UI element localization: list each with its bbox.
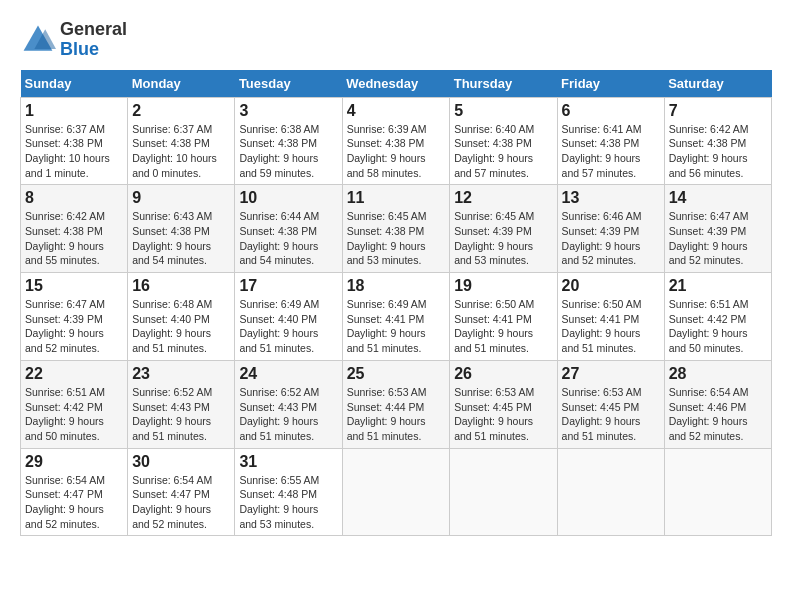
daylight-label: Daylight: 9 hours and 52 minutes. xyxy=(669,240,748,267)
header-friday: Friday xyxy=(557,70,664,98)
empty-cell xyxy=(450,448,557,536)
calendar-day-cell: 15 Sunrise: 6:47 AM Sunset: 4:39 PM Dayl… xyxy=(21,273,128,361)
sunrise-label: Sunrise: 6:44 AM xyxy=(239,210,319,222)
empty-cell xyxy=(557,448,664,536)
calendar-day-cell: 16 Sunrise: 6:48 AM Sunset: 4:40 PM Dayl… xyxy=(128,273,235,361)
day-number: 20 xyxy=(562,277,660,295)
calendar-day-cell: 17 Sunrise: 6:49 AM Sunset: 4:40 PM Dayl… xyxy=(235,273,342,361)
calendar-day-cell: 19 Sunrise: 6:50 AM Sunset: 4:41 PM Dayl… xyxy=(450,273,557,361)
daylight-label: Daylight: 9 hours and 53 minutes. xyxy=(454,240,533,267)
sunrise-label: Sunrise: 6:53 AM xyxy=(347,386,427,398)
daylight-label: Daylight: 9 hours and 58 minutes. xyxy=(347,152,426,179)
sunset-label: Sunset: 4:38 PM xyxy=(25,225,103,237)
daylight-label: Daylight: 9 hours and 53 minutes. xyxy=(347,240,426,267)
sunset-label: Sunset: 4:38 PM xyxy=(132,225,210,237)
day-number: 28 xyxy=(669,365,767,383)
day-info: Sunrise: 6:45 AM Sunset: 4:39 PM Dayligh… xyxy=(454,209,552,268)
day-number: 11 xyxy=(347,189,446,207)
sunset-label: Sunset: 4:41 PM xyxy=(347,313,425,325)
sunrise-label: Sunrise: 6:52 AM xyxy=(239,386,319,398)
day-info: Sunrise: 6:49 AM Sunset: 4:41 PM Dayligh… xyxy=(347,297,446,356)
calendar-day-cell: 25 Sunrise: 6:53 AM Sunset: 4:44 PM Dayl… xyxy=(342,360,450,448)
day-info: Sunrise: 6:46 AM Sunset: 4:39 PM Dayligh… xyxy=(562,209,660,268)
day-number: 31 xyxy=(239,453,337,471)
day-info: Sunrise: 6:47 AM Sunset: 4:39 PM Dayligh… xyxy=(669,209,767,268)
logo-text-general: General xyxy=(60,20,127,40)
sunset-label: Sunset: 4:38 PM xyxy=(239,137,317,149)
calendar-day-cell: 26 Sunrise: 6:53 AM Sunset: 4:45 PM Dayl… xyxy=(450,360,557,448)
sunset-label: Sunset: 4:42 PM xyxy=(25,401,103,413)
day-number: 1 xyxy=(25,102,123,120)
sunrise-label: Sunrise: 6:43 AM xyxy=(132,210,212,222)
sunset-label: Sunset: 4:45 PM xyxy=(454,401,532,413)
calendar-week-row: 8 Sunrise: 6:42 AM Sunset: 4:38 PM Dayli… xyxy=(21,185,772,273)
day-number: 22 xyxy=(25,365,123,383)
sunset-label: Sunset: 4:38 PM xyxy=(347,225,425,237)
day-number: 26 xyxy=(454,365,552,383)
calendar-day-cell: 9 Sunrise: 6:43 AM Sunset: 4:38 PM Dayli… xyxy=(128,185,235,273)
sunrise-label: Sunrise: 6:50 AM xyxy=(562,298,642,310)
sunset-label: Sunset: 4:40 PM xyxy=(239,313,317,325)
sunset-label: Sunset: 4:46 PM xyxy=(669,401,747,413)
header-saturday: Saturday xyxy=(664,70,771,98)
calendar-table: Sunday Monday Tuesday Wednesday Thursday… xyxy=(20,70,772,537)
day-info: Sunrise: 6:37 AM Sunset: 4:38 PM Dayligh… xyxy=(25,122,123,181)
day-number: 16 xyxy=(132,277,230,295)
sunrise-label: Sunrise: 6:52 AM xyxy=(132,386,212,398)
day-number: 8 xyxy=(25,189,123,207)
sunrise-label: Sunrise: 6:46 AM xyxy=(562,210,642,222)
sunrise-label: Sunrise: 6:51 AM xyxy=(25,386,105,398)
daylight-label: Daylight: 9 hours and 51 minutes. xyxy=(239,415,318,442)
sunrise-label: Sunrise: 6:40 AM xyxy=(454,123,534,135)
day-number: 24 xyxy=(239,365,337,383)
sunset-label: Sunset: 4:39 PM xyxy=(669,225,747,237)
day-number: 14 xyxy=(669,189,767,207)
daylight-label: Daylight: 9 hours and 54 minutes. xyxy=(239,240,318,267)
sunset-label: Sunset: 4:38 PM xyxy=(239,225,317,237)
sunrise-label: Sunrise: 6:47 AM xyxy=(669,210,749,222)
day-info: Sunrise: 6:53 AM Sunset: 4:45 PM Dayligh… xyxy=(562,385,660,444)
sunset-label: Sunset: 4:47 PM xyxy=(25,488,103,500)
daylight-label: Daylight: 9 hours and 51 minutes. xyxy=(347,327,426,354)
page-header: General Blue xyxy=(20,20,772,60)
day-info: Sunrise: 6:44 AM Sunset: 4:38 PM Dayligh… xyxy=(239,209,337,268)
empty-cell xyxy=(664,448,771,536)
calendar-day-cell: 5 Sunrise: 6:40 AM Sunset: 4:38 PM Dayli… xyxy=(450,97,557,185)
sunset-label: Sunset: 4:48 PM xyxy=(239,488,317,500)
daylight-label: Daylight: 9 hours and 53 minutes. xyxy=(239,503,318,530)
logo-text-blue: Blue xyxy=(60,40,127,60)
day-info: Sunrise: 6:52 AM Sunset: 4:43 PM Dayligh… xyxy=(239,385,337,444)
calendar-header-row: Sunday Monday Tuesday Wednesday Thursday… xyxy=(21,70,772,98)
day-info: Sunrise: 6:50 AM Sunset: 4:41 PM Dayligh… xyxy=(562,297,660,356)
sunset-label: Sunset: 4:39 PM xyxy=(562,225,640,237)
day-info: Sunrise: 6:51 AM Sunset: 4:42 PM Dayligh… xyxy=(669,297,767,356)
day-number: 27 xyxy=(562,365,660,383)
day-info: Sunrise: 6:42 AM Sunset: 4:38 PM Dayligh… xyxy=(25,209,123,268)
day-number: 10 xyxy=(239,189,337,207)
calendar-day-cell: 20 Sunrise: 6:50 AM Sunset: 4:41 PM Dayl… xyxy=(557,273,664,361)
calendar-day-cell: 6 Sunrise: 6:41 AM Sunset: 4:38 PM Dayli… xyxy=(557,97,664,185)
sunset-label: Sunset: 4:38 PM xyxy=(132,137,210,149)
day-info: Sunrise: 6:47 AM Sunset: 4:39 PM Dayligh… xyxy=(25,297,123,356)
calendar-day-cell: 13 Sunrise: 6:46 AM Sunset: 4:39 PM Dayl… xyxy=(557,185,664,273)
sunset-label: Sunset: 4:43 PM xyxy=(132,401,210,413)
daylight-label: Daylight: 9 hours and 52 minutes. xyxy=(669,415,748,442)
daylight-label: Daylight: 9 hours and 59 minutes. xyxy=(239,152,318,179)
sunset-label: Sunset: 4:38 PM xyxy=(669,137,747,149)
day-number: 19 xyxy=(454,277,552,295)
sunrise-label: Sunrise: 6:45 AM xyxy=(454,210,534,222)
day-info: Sunrise: 6:54 AM Sunset: 4:47 PM Dayligh… xyxy=(25,473,123,532)
calendar-day-cell: 10 Sunrise: 6:44 AM Sunset: 4:38 PM Dayl… xyxy=(235,185,342,273)
sunrise-label: Sunrise: 6:37 AM xyxy=(132,123,212,135)
sunrise-label: Sunrise: 6:54 AM xyxy=(132,474,212,486)
day-number: 3 xyxy=(239,102,337,120)
sunrise-label: Sunrise: 6:53 AM xyxy=(454,386,534,398)
header-wednesday: Wednesday xyxy=(342,70,450,98)
daylight-label: Daylight: 9 hours and 52 minutes. xyxy=(25,327,104,354)
header-thursday: Thursday xyxy=(450,70,557,98)
sunrise-label: Sunrise: 6:41 AM xyxy=(562,123,642,135)
day-info: Sunrise: 6:52 AM Sunset: 4:43 PM Dayligh… xyxy=(132,385,230,444)
sunrise-label: Sunrise: 6:49 AM xyxy=(347,298,427,310)
day-info: Sunrise: 6:51 AM Sunset: 4:42 PM Dayligh… xyxy=(25,385,123,444)
sunrise-label: Sunrise: 6:42 AM xyxy=(25,210,105,222)
